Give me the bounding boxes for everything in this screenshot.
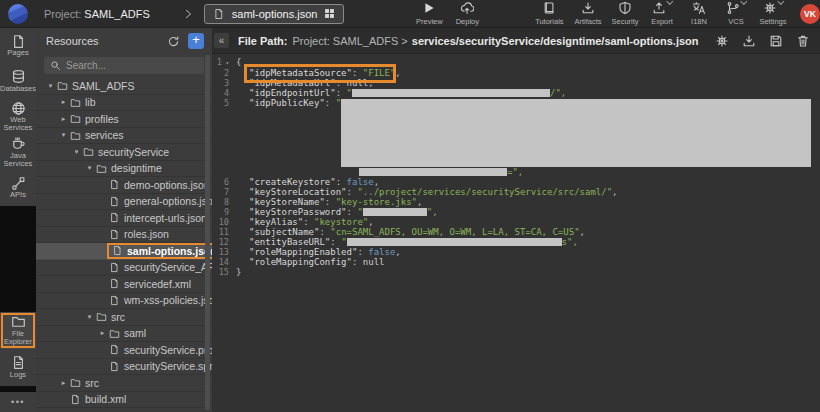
code-content[interactable]: "idpEndpointUrl": "/", bbox=[236, 88, 566, 98]
sidebar-item-file-explorer[interactable]: File Explorer bbox=[0, 312, 36, 349]
line-number[interactable]: 8 bbox=[212, 197, 236, 207]
tree-chevron-icon[interactable]: ▸ bbox=[58, 115, 69, 123]
code-content[interactable]: "roleMappingEnabled": false, bbox=[236, 247, 401, 257]
sidebar-item-logs[interactable]: Logs bbox=[0, 349, 36, 386]
sidebar-item-apis[interactable]: APIs bbox=[0, 170, 36, 206]
code-content[interactable]: "keyAlias": "keystore", bbox=[236, 217, 374, 227]
code-content[interactable]: "idpMetadataSource": "FILE", bbox=[236, 68, 401, 78]
settings-button[interactable]: Settings bbox=[758, 1, 788, 26]
tree-item-securityService.properties[interactable]: securityService.properties bbox=[36, 342, 212, 359]
tree-item-securityService[interactable]: ▾securityService bbox=[36, 144, 212, 161]
code-content[interactable]: "keyStoreName": "key-store.jks", bbox=[236, 197, 422, 207]
vcs-button[interactable]: VCS bbox=[721, 1, 751, 26]
settings-button[interactable] bbox=[715, 34, 729, 48]
delete-button[interactable] bbox=[796, 34, 810, 48]
sidebar-item-web-services[interactable]: Web Services bbox=[0, 99, 36, 135]
tree-chevron-icon[interactable]: ▾ bbox=[84, 313, 95, 321]
avatar[interactable]: VK bbox=[800, 4, 820, 24]
line-number[interactable]: 14 bbox=[212, 257, 236, 267]
tree-item-demo-options.json[interactable]: demo-options.json bbox=[36, 177, 212, 194]
tree-chevron-icon[interactable]: ▾ bbox=[71, 148, 82, 156]
code-line-1[interactable]: 1 ▾{ bbox=[212, 57, 820, 68]
code-content[interactable]: { bbox=[236, 57, 241, 68]
sidebar-item-databases[interactable]: Databases bbox=[0, 64, 36, 100]
grid-icon[interactable] bbox=[324, 8, 335, 19]
sidebar-item-java-services[interactable]: Java Services bbox=[0, 135, 36, 171]
tree-chevron-icon[interactable]: ▾ bbox=[84, 164, 95, 172]
line-number[interactable]: 10 bbox=[212, 217, 236, 227]
code-content[interactable]: "keyStorePassword": "", bbox=[236, 207, 438, 217]
tree-item-lib[interactable]: ▸lib bbox=[36, 95, 212, 112]
collapse-panel-button[interactable]: « bbox=[214, 33, 229, 48]
tree-item-securityService.spring.xml[interactable]: securityService.spring.xml bbox=[36, 359, 212, 376]
sidebar-item-pages[interactable]: Pages bbox=[0, 28, 36, 64]
search-input[interactable] bbox=[66, 60, 198, 71]
tree-item-src[interactable]: ▾src bbox=[36, 309, 212, 326]
code-content[interactable]: } bbox=[236, 267, 241, 277]
line-number[interactable]: 6 bbox=[212, 177, 236, 187]
line-number[interactable]: 4 bbox=[212, 88, 236, 98]
tree-chevron-icon[interactable]: ▸ bbox=[97, 329, 108, 337]
tree-item-SAML_ADFS[interactable]: ▾SAML_ADFS bbox=[36, 78, 212, 95]
wavemaker-logo-icon[interactable] bbox=[8, 4, 28, 24]
code-line-3[interactable]: 3"idpMetadataUrl": null, bbox=[212, 78, 820, 88]
fold-icon[interactable]: ▾ bbox=[222, 59, 229, 66]
code-line-5[interactable]: 5"idpPublicKey": "=", bbox=[212, 98, 820, 177]
i18n-button[interactable]: I18N bbox=[684, 1, 714, 26]
tree-item-build.xml[interactable]: build.xml bbox=[36, 392, 212, 409]
tree-item-src[interactable]: ▸src bbox=[36, 375, 212, 392]
code-content[interactable]: "entityBaseURL": "s", bbox=[236, 237, 578, 247]
line-number[interactable]: 11 bbox=[212, 227, 236, 237]
code-line-4[interactable]: 4"idpEndpointUrl": "/", bbox=[212, 88, 820, 98]
security-button[interactable]: Security bbox=[610, 1, 640, 26]
preview-button[interactable]: Preview bbox=[414, 1, 444, 26]
tree-chevron-icon[interactable]: ▾ bbox=[45, 82, 56, 90]
code-content[interactable]: "idpMetadataUrl": null, bbox=[236, 78, 374, 88]
tree-item-servicedef.xml[interactable]: servicedef.xml bbox=[36, 276, 212, 293]
code-content[interactable]: "subjectName": "cn=SAML_ADFS, OU=WM, O=W… bbox=[236, 227, 585, 237]
tree-item-intercept-urls.json[interactable]: intercept-urls.json bbox=[36, 210, 212, 227]
code-line-13[interactable]: 13"roleMappingEnabled": false, bbox=[212, 247, 820, 257]
export-button[interactable]: Export bbox=[647, 1, 677, 26]
line-number[interactable]: 1 ▾ bbox=[212, 57, 236, 68]
tree-chevron-icon[interactable]: ▸ bbox=[58, 379, 69, 387]
code-line-14[interactable]: 14"roleMappingConfig": null bbox=[212, 257, 820, 267]
line-number[interactable]: 5 bbox=[212, 98, 236, 177]
code-line-10[interactable]: 10"keyAlias": "keystore", bbox=[212, 217, 820, 227]
code-line-12[interactable]: 12"entityBaseURL": "s", bbox=[212, 237, 820, 247]
open-file-tab[interactable]: saml-options.json bbox=[204, 4, 345, 24]
tree-item-designtime[interactable]: ▾designtime bbox=[36, 161, 212, 178]
code-line-8[interactable]: 8"keyStoreName": "key-store.jks", bbox=[212, 197, 820, 207]
tutorials-button[interactable]: Tutorials bbox=[534, 1, 564, 26]
sidebar-more-button[interactable]: ••• bbox=[0, 392, 36, 412]
line-number[interactable]: 3 bbox=[212, 78, 236, 88]
tree-item-profiles[interactable]: ▸profiles bbox=[36, 111, 212, 128]
tree-scrollbar[interactable] bbox=[205, 55, 210, 410]
tree-item-wm-xss-policies.json[interactable]: wm-xss-policies.json bbox=[36, 293, 212, 310]
tree-chevron-icon[interactable]: ▾ bbox=[58, 131, 69, 139]
tree-item-services[interactable]: ▾services bbox=[36, 128, 212, 145]
deploy-button[interactable]: Deploy bbox=[452, 1, 482, 26]
line-number[interactable]: 13 bbox=[212, 247, 236, 257]
code-content[interactable]: "keyStoreLocation": "../project/services… bbox=[236, 187, 617, 197]
code-line-15[interactable]: 15} bbox=[212, 267, 820, 277]
code-line-6[interactable]: 6"createKeystore": false, bbox=[212, 177, 820, 187]
tree-chevron-icon[interactable]: ▸ bbox=[58, 98, 69, 106]
code-line-7[interactable]: 7"keyStoreLocation": "../project/service… bbox=[212, 187, 820, 197]
code-content[interactable]: "roleMappingConfig": null bbox=[236, 257, 384, 267]
add-resource-button[interactable]: + bbox=[188, 33, 204, 49]
tree-item-general-options.json[interactable]: general-options.json bbox=[36, 194, 212, 211]
code-content[interactable]: "createKeystore": false, bbox=[236, 177, 379, 187]
save-button[interactable] bbox=[769, 34, 783, 48]
code-line-11[interactable]: 11"subjectName": "cn=SAML_ADFS, OU=WM, O… bbox=[212, 227, 820, 237]
line-number[interactable]: 7 bbox=[212, 187, 236, 197]
line-number[interactable]: 12 bbox=[212, 237, 236, 247]
refresh-icon[interactable] bbox=[167, 35, 180, 48]
line-number[interactable]: 15 bbox=[212, 267, 236, 277]
code-editor[interactable]: 1 ▾{2"idpMetadataSource": "FILE",3"idpMe… bbox=[212, 54, 820, 277]
code-content[interactable]: "idpPublicKey": "=", bbox=[236, 98, 811, 177]
code-line-9[interactable]: 9"keyStorePassword": "", bbox=[212, 207, 820, 217]
tree-item-roles.json[interactable]: roles.json bbox=[36, 227, 212, 244]
line-number[interactable]: 9 bbox=[212, 207, 236, 217]
artifacts-button[interactable]: Artifacts bbox=[573, 1, 603, 26]
